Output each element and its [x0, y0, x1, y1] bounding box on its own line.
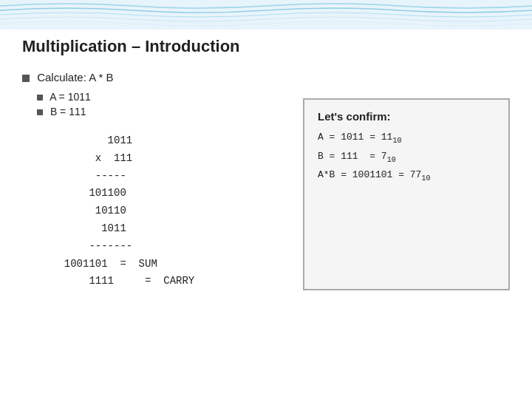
page-content: Multiplication – Introduction Calculate:… — [0, 30, 532, 399]
page-title: Multiplication – Introduction — [22, 37, 510, 56]
calculation-block: 1011 x 111 ----- 101100 10110 1011 -----… — [22, 132, 288, 290]
confirm-title: Let's confirm: — [318, 110, 495, 123]
subscript-3: 10 — [421, 174, 430, 183]
top-decoration — [0, 0, 532, 30]
subscript-1: 10 — [392, 137, 401, 145]
sub-item-a: A = 1011 — [22, 91, 288, 103]
calc-line-3: ----- — [52, 168, 288, 185]
sub-item-b: B = 111 — [22, 106, 288, 117]
sub-bullet-a-label: A = 1011 — [50, 91, 91, 103]
confirm-line-2: B = 111 = 710 — [318, 148, 495, 167]
subscript-2: 10 — [387, 155, 396, 163]
confirm-box: Let's confirm: A = 1011 = 1110 B = 111 =… — [303, 98, 510, 290]
sub-bullet-b-label: B = 111 — [50, 106, 86, 117]
calc-line-7: ------- — [52, 238, 288, 256]
sub-bullet-b-icon — [37, 109, 43, 115]
calc-line-6: 1011 — [52, 220, 288, 238]
main-bullet: Calculate: A * B — [22, 71, 510, 83]
calc-line-sum: 1001101 = SUM — [52, 256, 288, 273]
main-layout: A = 1011 B = 111 1011 x 111 ----- 101100… — [22, 91, 510, 290]
sub-bullet-a-icon — [37, 95, 43, 100]
calc-line-5: 10110 — [52, 202, 288, 220]
calc-line-carry: 1111 = CARRY — [52, 273, 288, 290]
confirm-line-3: A*B = 1001101 = 7710 — [318, 166, 495, 185]
confirm-line-1: A = 1011 = 1110 — [318, 129, 495, 148]
bullet-square — [22, 75, 30, 82]
main-bullet-label: Calculate: A * B — [37, 71, 113, 83]
calc-line-4: 101100 — [52, 185, 288, 202]
left-panel: A = 1011 B = 111 1011 x 111 ----- 101100… — [22, 91, 288, 290]
calc-line-1: 1011 — [52, 132, 288, 150]
calc-line-2: x 111 — [52, 150, 288, 168]
